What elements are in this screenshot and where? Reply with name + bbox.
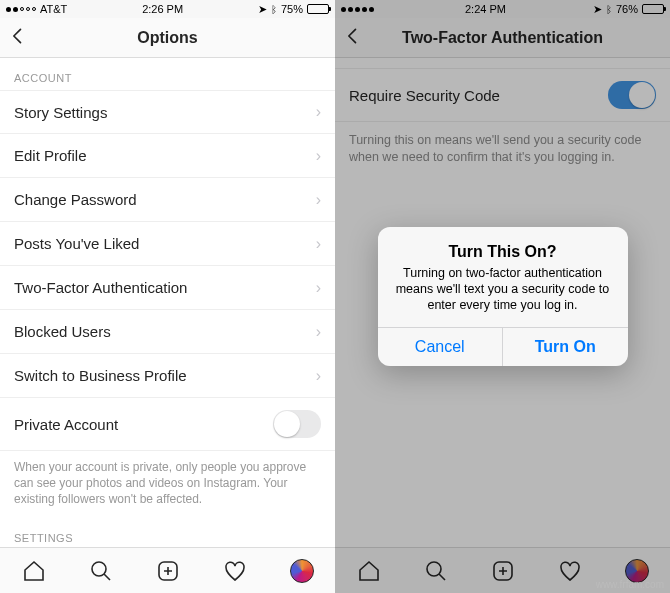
screen-two-factor: 2:24 PM ➤ ᛒ 76% Two-Factor Authenticatio…: [335, 0, 670, 593]
row-blocked-users[interactable]: Blocked Users ›: [0, 310, 335, 354]
search-icon: [424, 559, 448, 583]
battery-icon: [642, 4, 664, 14]
row-posts-liked[interactable]: Posts You've Liked ›: [0, 222, 335, 266]
chevron-left-icon: [8, 26, 28, 46]
row-story-settings[interactable]: Story Settings ›: [0, 90, 335, 134]
page-header: Options: [0, 18, 335, 58]
require-code-description: Turning this on means we'll send you a s…: [335, 122, 670, 176]
row-label: Private Account: [14, 416, 118, 433]
chevron-right-icon: ›: [316, 235, 321, 253]
back-button[interactable]: [343, 24, 363, 52]
battery-pct: 75%: [281, 3, 303, 15]
section-label-settings: SETTINGS: [0, 518, 335, 547]
row-label: Require Security Code: [349, 87, 500, 104]
private-helper-text: When your account is private, only peopl…: [0, 451, 335, 518]
require-code-toggle[interactable]: [608, 81, 656, 109]
location-icon: ➤: [258, 3, 267, 16]
status-bar: AT&T 2:26 PM ➤ ᛒ 75%: [0, 0, 335, 18]
private-toggle[interactable]: [273, 410, 321, 438]
page-title: Options: [137, 29, 197, 47]
turn-on-button[interactable]: Turn On: [502, 328, 628, 366]
tab-activity[interactable]: [558, 559, 582, 583]
bluetooth-icon: ᛒ: [606, 4, 612, 15]
avatar-icon: [625, 559, 649, 583]
alert-title: Turn This On?: [394, 243, 612, 261]
row-change-password[interactable]: Change Password ›: [0, 178, 335, 222]
row-label: Two-Factor Authentication: [14, 279, 187, 296]
row-label: Switch to Business Profile: [14, 367, 187, 384]
heart-icon: [223, 559, 247, 583]
tab-new-post[interactable]: [156, 559, 180, 583]
chevron-right-icon: ›: [316, 279, 321, 297]
tab-search[interactable]: [89, 559, 113, 583]
chevron-right-icon: ›: [316, 147, 321, 165]
clock-label: 2:24 PM: [465, 3, 506, 15]
row-edit-profile[interactable]: Edit Profile ›: [0, 134, 335, 178]
row-label: Blocked Users: [14, 323, 111, 340]
tab-search[interactable]: [424, 559, 448, 583]
tab-new-post[interactable]: [491, 559, 515, 583]
plus-square-icon: [156, 559, 180, 583]
back-button[interactable]: [8, 24, 28, 52]
row-two-factor[interactable]: Two-Factor Authentication ›: [0, 266, 335, 310]
row-label: Story Settings: [14, 104, 107, 121]
carrier-label: AT&T: [40, 3, 67, 15]
tab-bar: [0, 547, 335, 593]
page-title: Two-Factor Authentication: [402, 29, 603, 47]
clock-label: 2:26 PM: [142, 3, 183, 15]
bluetooth-icon: ᛒ: [271, 4, 277, 15]
signal-dots-icon: [341, 7, 374, 12]
svg-point-2: [427, 562, 441, 576]
status-bar: 2:24 PM ➤ ᛒ 76%: [335, 0, 670, 18]
row-require-code[interactable]: Require Security Code: [335, 68, 670, 122]
row-label: Posts You've Liked: [14, 235, 139, 252]
row-label: Edit Profile: [14, 147, 87, 164]
confirm-alert: Turn This On? Turning on two-factor auth…: [378, 227, 628, 367]
tab-bar: [335, 547, 670, 593]
chevron-right-icon: ›: [316, 103, 321, 121]
row-private-account[interactable]: Private Account: [0, 398, 335, 451]
search-icon: [89, 559, 113, 583]
tab-profile[interactable]: [290, 559, 314, 583]
battery-icon: [307, 4, 329, 14]
section-label-account: ACCOUNT: [0, 58, 335, 90]
screen-options: AT&T 2:26 PM ➤ ᛒ 75% Options ACCOUNT Sto…: [0, 0, 335, 593]
signal-dots-icon: [6, 7, 36, 12]
chevron-right-icon: ›: [316, 367, 321, 385]
chevron-right-icon: ›: [316, 323, 321, 341]
location-icon: ➤: [593, 3, 602, 16]
chevron-right-icon: ›: [316, 191, 321, 209]
options-list[interactable]: ACCOUNT Story Settings › Edit Profile › …: [0, 58, 335, 547]
home-icon: [22, 559, 46, 583]
home-icon: [357, 559, 381, 583]
page-header: Two-Factor Authentication: [335, 18, 670, 58]
heart-icon: [558, 559, 582, 583]
chevron-left-icon: [343, 26, 363, 46]
cancel-button[interactable]: Cancel: [378, 328, 503, 366]
tab-profile[interactable]: [625, 559, 649, 583]
alert-message: Turning on two-factor authentication mea…: [394, 265, 612, 314]
tab-home[interactable]: [357, 559, 381, 583]
svg-point-0: [92, 562, 106, 576]
battery-pct: 76%: [616, 3, 638, 15]
plus-square-icon: [491, 559, 515, 583]
tab-activity[interactable]: [223, 559, 247, 583]
tab-home[interactable]: [22, 559, 46, 583]
avatar-icon: [290, 559, 314, 583]
row-switch-business[interactable]: Switch to Business Profile ›: [0, 354, 335, 398]
row-label: Change Password: [14, 191, 137, 208]
